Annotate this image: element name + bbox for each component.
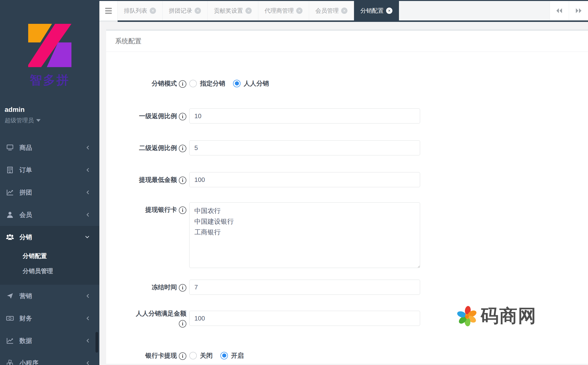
sidebar-item-label: 订单 <box>19 166 32 174</box>
form-row-level1-rate: 一级返佣比例i <box>106 108 420 124</box>
hamburger-icon <box>105 7 112 15</box>
user-role-label: 超级管理员 <box>5 116 34 124</box>
mode-radio-group: 指定分销 人人分销 <box>189 79 277 88</box>
chevron-left-icon <box>86 190 90 195</box>
sidebar-item-orders[interactable]: 订单 <box>0 159 99 181</box>
chevron-down-icon <box>85 235 90 239</box>
form-row-freeze-time: 冻结时间i <box>106 280 420 295</box>
close-icon[interactable]: ✕ <box>195 8 201 14</box>
sidebar-item-marketing[interactable]: 营销 <box>0 285 99 307</box>
money-icon <box>5 315 15 321</box>
tab-contribution-award[interactable]: 贡献奖设置 ✕ <box>208 1 258 20</box>
form-row-level2-rate: 二级返佣比例i <box>106 140 420 155</box>
radio-option-assigned-distribution[interactable]: 指定分销 <box>189 79 225 88</box>
close-icon[interactable]: ✕ <box>341 8 347 14</box>
close-icon[interactable]: ✕ <box>150 8 156 14</box>
chevron-left-icon <box>86 212 90 217</box>
form-row-everyone-amount: 人人分销满足金额i <box>106 311 420 326</box>
info-icon: i <box>179 352 186 360</box>
info-icon: i <box>179 206 186 214</box>
field-label: 一级返佣比例i <box>128 111 186 121</box>
form-row-min-withdraw: 提现最低金额i <box>106 172 420 187</box>
close-icon[interactable]: ✕ <box>296 8 303 14</box>
sidebar: 智多拼 admin 超级管理员 商品 <box>0 0 99 365</box>
sidebar-item-goods[interactable]: 商品 <box>0 136 99 159</box>
user-block: admin 超级管理员 <box>0 106 99 124</box>
radio-checked-icon[interactable] <box>233 80 241 87</box>
watermark: 码商网 <box>457 304 537 328</box>
radio-option-on[interactable]: 开启 <box>220 351 244 360</box>
radio-unchecked-icon[interactable] <box>189 80 197 87</box>
sidebar-group-distribution: 分销 分销配置 分销员管理 <box>0 226 99 285</box>
everyone-amount-input[interactable] <box>189 311 420 326</box>
hamburger-menu-button[interactable] <box>99 1 118 20</box>
tab-bar-filler <box>399 1 550 20</box>
tabs-scroll-forward-button[interactable] <box>569 1 588 20</box>
tab-member-manage[interactable]: 会员管理 ✕ <box>309 1 354 20</box>
close-icon[interactable]: ✕ <box>386 8 392 14</box>
tab-bar: 排队列表 ✕ 拼团记录 ✕ 贡献奖设置 ✕ 代理商管理 ✕ 会员管理 ✕ 分销配… <box>99 0 588 20</box>
user-role-dropdown[interactable]: 超级管理员 <box>5 116 41 124</box>
tab-distribution-config[interactable]: 分销配置 ✕ <box>354 1 399 20</box>
sidebar-scrollbar-thumb[interactable] <box>95 332 98 353</box>
level1-rate-input[interactable] <box>189 108 420 124</box>
sidebar-item-finance[interactable]: 财务 <box>0 307 99 329</box>
tab-label: 贡献奖设置 <box>214 7 243 15</box>
logo-z-icon <box>28 24 71 67</box>
tab-label: 拼团记录 <box>169 7 192 15</box>
sidebar-item-distribution[interactable]: 分销 <box>0 226 99 248</box>
radio-checked-icon[interactable] <box>220 352 228 359</box>
sidebar-item-data[interactable]: 数据 <box>0 329 99 352</box>
monitor-icon <box>5 144 15 151</box>
sidebar-item-label: 数据 <box>19 337 32 345</box>
rewind-icon <box>555 8 564 14</box>
radio-option-off[interactable]: 关闭 <box>189 351 213 360</box>
sidebar-item-groupbuy[interactable]: 拼团 <box>0 181 99 204</box>
tab-group-records[interactable]: 拼团记录 ✕ <box>163 1 208 20</box>
info-icon: i <box>179 177 186 184</box>
radio-option-everyone-distribution[interactable]: 人人分销 <box>233 79 269 88</box>
min-withdraw-input[interactable] <box>189 172 420 187</box>
user-name: admin <box>5 106 99 114</box>
chart-line-icon <box>5 337 15 344</box>
cubes-icon <box>5 360 15 365</box>
info-icon: i <box>179 145 186 152</box>
sidebar-item-members[interactable]: 会员 <box>0 204 99 226</box>
freeze-time-input[interactable] <box>189 280 420 295</box>
panel-title: 系统配置 <box>106 31 588 52</box>
chevron-left-icon <box>86 294 90 298</box>
chevron-left-icon <box>86 316 90 321</box>
chevron-left-icon <box>86 145 90 150</box>
level2-rate-input[interactable] <box>189 140 420 155</box>
sidebar-item-miniprogram[interactable]: 小程序 <box>0 352 99 365</box>
sidebar-item-label: 分销 <box>19 233 32 241</box>
sidebar-item-label: 财务 <box>19 314 32 323</box>
tab-agent-manage[interactable]: 代理商管理 ✕ <box>258 1 309 20</box>
building-icon <box>5 167 15 173</box>
sidebar-item-label: 会员 <box>19 211 32 219</box>
chevron-left-icon <box>86 168 90 172</box>
close-icon[interactable]: ✕ <box>245 8 252 14</box>
flower-logo-icon <box>457 306 477 326</box>
sidebar-subitem-distributor-manage[interactable]: 分销员管理 <box>0 263 99 278</box>
logo: 智多拼 <box>0 0 99 88</box>
form-row-mode: 分销模式i 指定分销 人人分销 <box>106 78 277 89</box>
form-row-bank-withdraw: 银行卡提现i 关闭 开启 <box>106 350 251 361</box>
tab-label: 代理商管理 <box>265 7 294 15</box>
info-icon: i <box>179 284 186 292</box>
sidebar-item-label: 拼团 <box>19 188 32 197</box>
withdraw-banks-textarea[interactable]: 中国农行 中国建设银行 工商银行 <box>189 202 420 268</box>
sidebar-item-label: 营销 <box>19 292 32 300</box>
tabs-scroll-back-button[interactable] <box>550 1 569 20</box>
sidebar-nav: 商品 订单 拼团 <box>0 136 99 365</box>
field-label: 冻结时间i <box>128 282 186 292</box>
logo-text: 智多拼 <box>0 72 99 88</box>
field-label: 人人分销满足金额i <box>128 309 186 328</box>
field-label: 分销模式i <box>128 79 186 88</box>
sidebar-subitem-distribution-config[interactable]: 分销配置 <box>0 248 99 263</box>
tab-queue-list[interactable]: 排队列表 ✕ <box>118 1 163 20</box>
radio-unchecked-icon[interactable] <box>189 352 197 359</box>
info-icon: i <box>179 113 186 120</box>
info-icon: i <box>179 320 186 328</box>
field-label: 提现银行卡i <box>128 202 186 214</box>
